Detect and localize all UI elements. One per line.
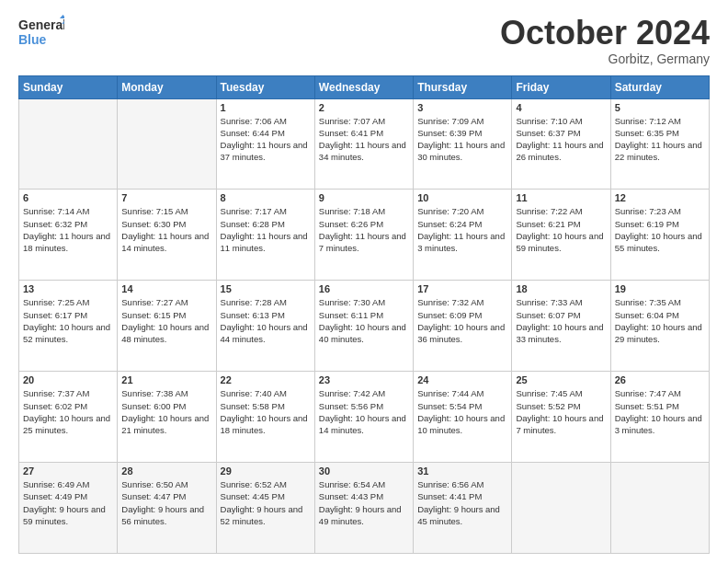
- day-info-line: Sunset: 4:41 PM: [417, 490, 507, 502]
- day-number: 31: [417, 465, 507, 477]
- day-number: 29: [221, 465, 311, 477]
- day-info-line: Sunset: 4:43 PM: [319, 490, 409, 502]
- day-info-line: Sunset: 5:52 PM: [516, 400, 606, 412]
- day-number: 11: [516, 192, 606, 203]
- day-number: 10: [417, 192, 507, 203]
- day-info: Sunrise: 7:09 AMSunset: 6:39 PMDaylight:…: [417, 115, 507, 164]
- day-number: 19: [615, 283, 705, 294]
- day-info-line: Sunrise: 7:32 AM: [417, 296, 507, 308]
- day-info: Sunrise: 7:18 AMSunset: 6:26 PMDaylight:…: [319, 205, 409, 254]
- day-number: 25: [516, 374, 606, 385]
- day-info-line: Sunrise: 7:15 AM: [121, 205, 211, 217]
- calendar-cell: 25Sunrise: 7:45 AMSunset: 5:52 PMDayligh…: [512, 372, 610, 463]
- weekday-header-sunday: Sunday: [19, 75, 118, 98]
- day-info-line: Sunrise: 7:25 AM: [23, 296, 113, 308]
- day-info-line: Daylight: 11 hours and 18 minutes.: [23, 230, 113, 255]
- day-info-line: Sunset: 6:28 PM: [221, 218, 311, 230]
- header: General Blue October 2024 Gorbitz, Germa…: [18, 15, 710, 66]
- day-info-line: Sunrise: 7:28 AM: [221, 296, 311, 308]
- day-info-line: Sunset: 6:24 PM: [417, 218, 507, 230]
- day-info-line: Daylight: 10 hours and 33 minutes.: [516, 321, 606, 346]
- day-info: Sunrise: 6:49 AMSunset: 4:49 PMDaylight:…: [23, 478, 113, 527]
- logo-svg: General Blue: [18, 15, 64, 48]
- day-number: 30: [319, 465, 409, 477]
- weekday-header-thursday: Thursday: [414, 75, 512, 98]
- day-info-line: Sunset: 6:02 PM: [23, 400, 113, 412]
- calendar-cell: [610, 463, 709, 554]
- day-info: Sunrise: 7:23 AMSunset: 6:19 PMDaylight:…: [615, 205, 705, 254]
- day-info-line: Sunset: 5:58 PM: [221, 400, 311, 412]
- day-info-line: Daylight: 11 hours and 22 minutes.: [615, 139, 705, 164]
- day-info-line: Daylight: 10 hours and 59 minutes.: [516, 230, 606, 255]
- day-info-line: Sunset: 6:15 PM: [121, 309, 211, 321]
- day-info-line: Sunrise: 6:52 AM: [221, 478, 311, 490]
- day-info-line: Sunrise: 7:22 AM: [516, 205, 606, 217]
- day-info-line: Sunset: 6:09 PM: [417, 309, 507, 321]
- day-info-line: Daylight: 11 hours and 37 minutes.: [221, 139, 311, 164]
- title-block: October 2024 Gorbitz, Germany: [500, 15, 710, 66]
- day-info-line: Sunrise: 7:18 AM: [319, 205, 409, 217]
- day-info-line: Sunrise: 7:09 AM: [417, 115, 507, 127]
- day-number: 13: [23, 283, 113, 294]
- week-row-3: 13Sunrise: 7:25 AMSunset: 6:17 PMDayligh…: [19, 281, 710, 372]
- calendar-table: SundayMondayTuesdayWednesdayThursdayFrid…: [18, 75, 710, 554]
- weekday-header-tuesday: Tuesday: [216, 75, 314, 98]
- day-info-line: Sunrise: 7:14 AM: [23, 205, 113, 217]
- calendar-cell: 2Sunrise: 7:07 AMSunset: 6:41 PMDaylight…: [314, 98, 413, 190]
- day-info-line: Sunset: 6:17 PM: [23, 309, 113, 321]
- calendar-body: 1Sunrise: 7:06 AMSunset: 6:44 PMDaylight…: [19, 98, 710, 553]
- day-number: 16: [319, 283, 409, 294]
- day-number: 3: [417, 102, 507, 113]
- day-info-line: Sunrise: 7:47 AM: [615, 387, 705, 399]
- calendar-cell: [19, 98, 118, 190]
- day-number: 26: [615, 374, 705, 385]
- day-info: Sunrise: 7:30 AMSunset: 6:11 PMDaylight:…: [319, 296, 409, 345]
- day-info: Sunrise: 7:32 AMSunset: 6:09 PMDaylight:…: [417, 296, 507, 345]
- day-info-line: Sunset: 4:49 PM: [23, 490, 113, 502]
- day-info-line: Sunrise: 7:42 AM: [319, 387, 409, 399]
- day-info: Sunrise: 7:25 AMSunset: 6:17 PMDaylight:…: [23, 296, 113, 345]
- day-info: Sunrise: 7:20 AMSunset: 6:24 PMDaylight:…: [417, 205, 507, 254]
- day-number: 2: [319, 102, 409, 113]
- day-info: Sunrise: 7:33 AMSunset: 6:07 PMDaylight:…: [516, 296, 606, 345]
- day-info-line: Sunrise: 7:33 AM: [516, 296, 606, 308]
- day-info-line: Daylight: 10 hours and 44 minutes.: [221, 321, 311, 346]
- calendar-cell: 16Sunrise: 7:30 AMSunset: 6:11 PMDayligh…: [314, 281, 413, 372]
- svg-text:Blue: Blue: [18, 32, 47, 47]
- day-info-line: Sunrise: 7:17 AM: [221, 205, 311, 217]
- day-info: Sunrise: 6:56 AMSunset: 4:41 PMDaylight:…: [417, 478, 507, 527]
- calendar-cell: 15Sunrise: 7:28 AMSunset: 6:13 PMDayligh…: [216, 281, 314, 372]
- calendar-cell: 18Sunrise: 7:33 AMSunset: 6:07 PMDayligh…: [512, 281, 610, 372]
- month-title: October 2024: [500, 15, 710, 52]
- day-number: 8: [221, 192, 311, 203]
- day-info-line: Daylight: 11 hours and 11 minutes.: [221, 230, 311, 255]
- page: General Blue October 2024 Gorbitz, Germa…: [0, 0, 728, 563]
- day-info-line: Sunrise: 7:07 AM: [319, 115, 409, 127]
- calendar-cell: 22Sunrise: 7:40 AMSunset: 5:58 PMDayligh…: [216, 372, 314, 463]
- day-info-line: Sunset: 6:37 PM: [516, 127, 606, 139]
- day-info-line: Sunrise: 7:45 AM: [516, 387, 606, 399]
- day-number: 20: [23, 374, 113, 385]
- day-info-line: Sunset: 6:11 PM: [319, 309, 409, 321]
- day-number: 12: [615, 192, 705, 203]
- day-number: 1: [221, 102, 311, 113]
- calendar-cell: [512, 463, 610, 554]
- calendar-cell: 11Sunrise: 7:22 AMSunset: 6:21 PMDayligh…: [512, 190, 610, 281]
- day-info-line: Sunrise: 7:44 AM: [417, 387, 507, 399]
- day-info-line: Sunrise: 6:54 AM: [319, 478, 409, 490]
- day-info-line: Sunset: 6:30 PM: [121, 218, 211, 230]
- location: Gorbitz, Germany: [500, 52, 710, 66]
- day-info: Sunrise: 7:44 AMSunset: 5:54 PMDaylight:…: [417, 387, 507, 436]
- weekday-header-row: SundayMondayTuesdayWednesdayThursdayFrid…: [19, 75, 710, 98]
- day-number: 15: [221, 283, 311, 294]
- day-number: 4: [516, 102, 606, 113]
- day-number: 7: [121, 192, 211, 203]
- calendar-cell: 14Sunrise: 7:27 AMSunset: 6:15 PMDayligh…: [118, 281, 216, 372]
- day-number: 5: [615, 102, 705, 113]
- calendar-cell: 24Sunrise: 7:44 AMSunset: 5:54 PMDayligh…: [414, 372, 512, 463]
- calendar-cell: 8Sunrise: 7:17 AMSunset: 6:28 PMDaylight…: [216, 190, 314, 281]
- calendar-cell: 6Sunrise: 7:14 AMSunset: 6:32 PMDaylight…: [19, 190, 118, 281]
- day-info-line: Sunrise: 7:23 AM: [615, 205, 705, 217]
- day-info-line: Sunrise: 7:30 AM: [319, 296, 409, 308]
- calendar-cell: 30Sunrise: 6:54 AMSunset: 4:43 PMDayligh…: [314, 463, 413, 554]
